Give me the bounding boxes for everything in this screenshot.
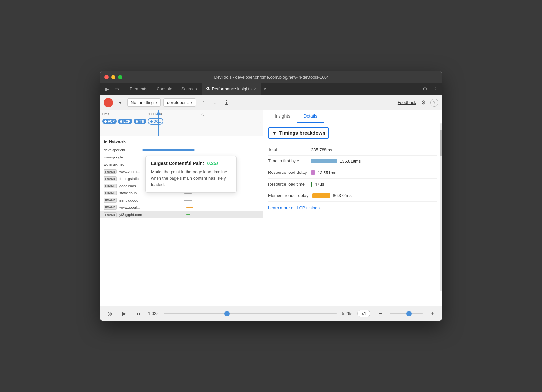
main-content: 0ms 1,600ms 3, FCP LCP TTI [100,110,442,306]
timings-collapse-icon: ▼ [272,130,277,136]
fcp-marker[interactable]: FCP [102,119,117,124]
timings-section: ▼ Timings breakdown Total 235.788ms Time… [263,123,442,306]
tab-performance-insights[interactable]: ⚗ Performance insights ✕ [202,83,261,95]
tab-details[interactable]: Details [297,110,324,123]
erd-bar [312,193,330,198]
scrollbar-thumb[interactable] [440,130,442,156]
devtools-window: DevTools - developer.chrome.com/blog/new… [100,71,442,321]
zoom-slider[interactable] [390,313,423,314]
tti-marker[interactable]: TTI [134,119,146,124]
play-button[interactable]: ▶ [119,309,128,318]
scrollbar[interactable] [440,123,442,291]
list-item[interactable]: FRAME www.googl... [100,204,263,211]
list-item[interactable]: FRAME yt3.ggpht.com [100,211,263,218]
download-button[interactable]: ↓ [210,98,219,107]
tab-console[interactable]: Console [152,83,177,95]
tooltip-title: Largest Contentful Paint 0.25s [151,161,231,166]
url-arrow-icon: ▾ [191,101,192,104]
lcp-tooltip: Largest Contentful Paint 0.25s Marks the… [145,156,237,193]
tooltip-value: 0.25s [207,161,218,166]
traffic-lights [104,75,122,79]
upload-button[interactable]: ↑ [199,98,208,107]
learn-more-link[interactable]: Learn more on LCP timings [268,202,437,210]
tabbar: ▶ ▭ Elements Console Sources ⚗ Performan… [100,83,442,95]
skip-start-button[interactable]: ⏮ [134,309,143,318]
cursor-icon[interactable]: ▶ [102,84,112,94]
timeline-area[interactable]: 0ms 1,600ms 3, FCP LCP TTI [100,110,263,136]
details-tabs: Insights Details [263,110,442,123]
zoom-in-button[interactable]: + [428,309,437,318]
tab-elements[interactable]: Elements [125,83,152,95]
time-start-label: 1.02s [148,311,158,316]
delete-button[interactable]: 🗑 [222,98,231,107]
timing-row-total: Total 235.788ms [268,144,437,156]
flask-icon: ⚗ [206,86,210,91]
timings-breakdown-header[interactable]: ▼ Timings breakdown [268,127,329,139]
network-section: ▶ Network developer.chr www.google- [100,136,263,306]
dcl-dot [150,120,153,123]
right-panel: Insights Details ▼ Timings breakdown Tot… [263,110,442,306]
more-tabs-button[interactable]: » [261,83,269,95]
more-options-icon[interactable]: ⋮ [430,84,440,94]
timeline-needle [158,110,159,136]
zoom-thumb[interactable] [406,311,412,316]
tab-list: Elements Console Sources ⚗ Performance i… [125,83,417,95]
dcl-marker[interactable]: DCL [148,118,164,125]
tooltip-description: Marks the point in the page load timelin… [151,169,231,188]
timing-row-rld: Resource load delay 13.551ms [268,167,437,178]
list-item[interactable]: developer.chr [100,146,263,154]
time-end-label: 5.26s [342,311,352,316]
window-title: DevTools - developer.chrome.com/blog/new… [214,75,328,80]
throttling-label: No throttling [131,100,154,105]
rlt-bar [311,182,312,187]
network-collapse-icon: ▶ [104,139,107,144]
help-icon[interactable]: ? [430,99,438,107]
zoom-level[interactable]: x1 [357,310,370,317]
throttling-arrow-icon: ▾ [156,101,157,104]
copy-icon[interactable]: ▭ [112,84,121,94]
feedback-link[interactable]: Feedback [398,100,416,105]
list-item[interactable]: FRAME jnn-pa.goog... [100,197,263,204]
screenshot-toggle[interactable]: ◎ [105,309,114,318]
tabbar-left-icons: ▶ ▭ [102,83,125,95]
timeline-markers: FCP LCP TTI DCL [100,116,263,127]
maximize-button[interactable] [118,75,122,79]
scrubber-thumb[interactable] [224,311,230,316]
lcp-dot [120,120,122,123]
toolbar-settings-icon[interactable]: ⚙ [419,98,428,107]
timeline-ruler: 0ms 1,600ms 3, [100,110,263,116]
close-button[interactable] [104,75,109,79]
zoom-out-button[interactable]: − [376,309,385,318]
record-dropdown-icon[interactable]: ▾ [115,98,125,107]
lcp-marker[interactable]: LCP [118,119,132,124]
tab-close-icon[interactable]: ✕ [254,87,257,91]
bottom-bar: ◎ ▶ ⏮ 1.02s 5.26s x1 − + [100,306,442,321]
rld-bar [311,170,315,175]
tab-insights[interactable]: Insights [268,110,297,123]
settings-icon[interactable]: ⚙ [420,84,429,94]
timing-row-ttfb: Time to first byte 135.818ms [268,156,437,167]
tti-dot [136,120,138,123]
minimize-button[interactable] [111,75,115,79]
fcp-dot [104,120,107,123]
tabbar-right: ⚙ ⋮ [417,83,440,95]
timing-row-erd: Element render delay 86.372ms [268,190,437,202]
url-dropdown[interactable]: developer... ▾ [163,98,196,107]
timeline-scrubber[interactable] [164,313,337,314]
titlebar: DevTools - developer.chrome.com/blog/new… [100,71,442,83]
toolbar: ▾ No throttling ▾ developer... ▾ ↑ ↓ 🗑 F… [100,95,442,110]
record-button[interactable] [104,98,113,107]
tab-sources[interactable]: Sources [177,83,202,95]
throttling-dropdown[interactable]: No throttling ▾ [127,98,161,107]
ttfb-bar [311,159,337,163]
url-label: developer... [167,100,189,105]
timing-row-rlt: Resource load time 47μs [268,179,437,190]
scroll-right-icon[interactable]: › [260,121,261,126]
network-section-header[interactable]: ▶ Network [100,136,263,146]
left-panel: 0ms 1,600ms 3, FCP LCP TTI [100,110,263,306]
